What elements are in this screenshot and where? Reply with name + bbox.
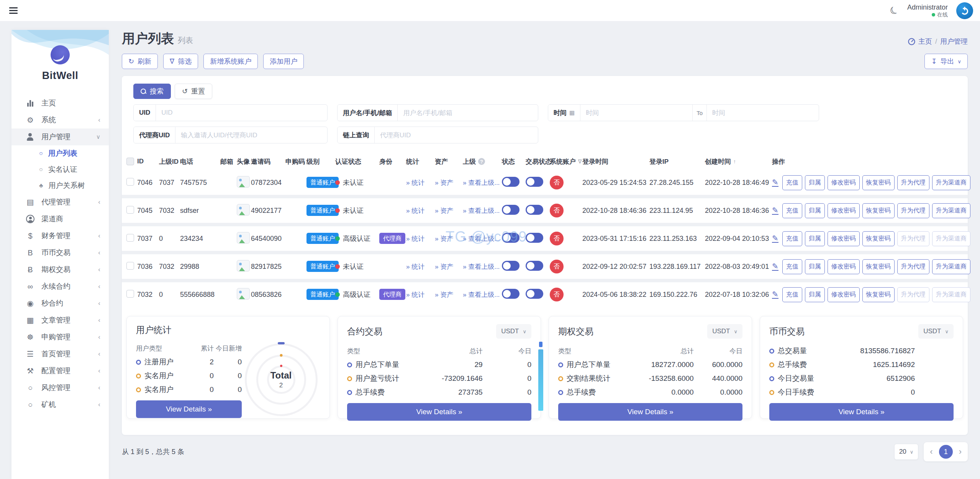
current-page-button[interactable]: 1 xyxy=(939,445,953,459)
view-parent-link[interactable]: » 查看上级... xyxy=(463,206,502,215)
action-button-3[interactable]: 修改密码 xyxy=(828,231,860,246)
edit-icon[interactable]: ✎ xyxy=(772,178,778,187)
trade-status-toggle[interactable] xyxy=(526,289,543,299)
edit-icon[interactable]: ✎ xyxy=(772,206,778,215)
trade-status-toggle[interactable] xyxy=(526,177,543,187)
chain-query-input[interactable]: 代理商UID xyxy=(375,127,538,143)
sidebar-item-spot-trading[interactable]: B币币交易‹ xyxy=(11,244,109,261)
sidebar-subitem-kyc[interactable]: ○实名认证 xyxy=(11,161,109,178)
time-to-input[interactable]: 时间 xyxy=(707,105,819,121)
next-page-button[interactable]: › xyxy=(957,447,963,457)
action-button-4[interactable]: 恢复密码 xyxy=(862,287,895,302)
action-button-6[interactable]: 升为渠道商 xyxy=(932,175,970,190)
search-button[interactable]: 搜索 xyxy=(133,84,171,99)
sidebar-subitem-user-list[interactable]: ○用户列表 xyxy=(11,145,109,161)
action-button-4[interactable]: 恢复密码 xyxy=(862,175,895,190)
action-button-6[interactable]: 升为渠道商 xyxy=(932,203,970,218)
action-button-4[interactable]: 恢复密码 xyxy=(862,259,895,274)
reset-button[interactable]: ↺重置 xyxy=(175,84,212,99)
funnel-icon[interactable]: ∇ xyxy=(578,158,582,165)
edit-icon[interactable]: ✎ xyxy=(772,290,778,299)
sidebar-item-config-management[interactable]: ⚒配置管理‹ xyxy=(11,362,109,379)
sidebar-item-system[interactable]: ⚙系统‹ xyxy=(11,112,109,128)
status-toggle[interactable] xyxy=(502,177,519,187)
add-user-button[interactable]: 添加用户 xyxy=(263,54,304,69)
brand[interactable]: BitWell xyxy=(11,30,109,82)
asset-link[interactable]: » 资产 xyxy=(435,290,463,299)
sidebar-item-mining[interactable]: ○矿机‹ xyxy=(11,396,109,413)
row-checkbox[interactable] xyxy=(126,262,134,270)
asset-link[interactable]: » 资产 xyxy=(435,262,463,271)
action-button-2[interactable]: 归属 xyxy=(805,259,825,274)
action-button-2[interactable]: 归属 xyxy=(805,175,825,190)
account-input[interactable]: 用户名/手机/邮箱 xyxy=(398,105,538,121)
user-avatar[interactable] xyxy=(956,2,973,19)
stat-link[interactable]: » 统计 xyxy=(406,262,435,271)
action-button-3[interactable]: 修改密码 xyxy=(828,287,860,302)
add-system-account-button[interactable]: 新增系统账户 xyxy=(203,54,258,69)
sidebar-item-subscription-management[interactable]: ☸申购管理‹ xyxy=(11,329,109,346)
user-block[interactable]: Administrator 在线 xyxy=(907,3,948,18)
action-button-4[interactable]: 恢复密码 xyxy=(862,203,895,218)
filter-button[interactable]: ∇筛选 xyxy=(163,54,198,69)
action-button-1[interactable]: 充值 xyxy=(782,287,802,302)
action-button-2[interactable]: 归属 xyxy=(805,231,825,246)
view-parent-link[interactable]: » 查看上级... xyxy=(463,290,502,299)
agent-uid-input[interactable]: 输入邀请人UID/代理商UID xyxy=(175,127,327,143)
action-button-1[interactable]: 充值 xyxy=(782,175,802,190)
view-details-button[interactable]: View Details » xyxy=(769,403,954,421)
hamburger-menu-icon[interactable] xyxy=(7,5,20,16)
action-button-4[interactable]: 恢复密码 xyxy=(862,231,895,246)
sort-up-icon[interactable]: ↑ xyxy=(733,158,736,165)
stat-link[interactable]: » 统计 xyxy=(406,290,435,299)
sidebar-item-agent-management[interactable]: ▤代理管理‹ xyxy=(11,194,109,211)
row-checkbox[interactable] xyxy=(126,206,134,214)
stat-link[interactable]: » 统计 xyxy=(406,206,435,215)
edit-icon[interactable]: ✎ xyxy=(772,234,778,243)
action-button-3[interactable]: 修改密码 xyxy=(828,203,860,218)
action-button-2[interactable]: 归属 xyxy=(805,287,825,302)
edit-icon[interactable]: ✎ xyxy=(772,262,778,271)
trade-status-toggle[interactable] xyxy=(526,261,543,271)
stat-link[interactable]: » 统计 xyxy=(406,178,435,187)
currency-select[interactable]: USDT∨ xyxy=(707,324,742,339)
status-toggle[interactable] xyxy=(502,233,519,243)
currency-select[interactable]: USDT∨ xyxy=(918,324,954,339)
prev-page-button[interactable]: ‹ xyxy=(928,447,934,457)
action-button-1[interactable]: 充值 xyxy=(782,259,802,274)
status-toggle[interactable] xyxy=(502,289,519,299)
status-toggle[interactable] xyxy=(502,205,519,215)
breadcrumb-home[interactable]: 主页 xyxy=(918,37,932,46)
action-button-1[interactable]: 充值 xyxy=(782,231,802,246)
stat-link[interactable]: » 统计 xyxy=(406,234,435,243)
action-button-5[interactable]: 升为代理 xyxy=(897,259,929,274)
sidebar-item-user-management[interactable]: 用户管理∨ xyxy=(11,128,109,145)
view-details-button[interactable]: View Details » xyxy=(558,403,742,421)
sidebar-item-risk-management[interactable]: ○风控管理‹ xyxy=(11,379,109,396)
sidebar-item-options-trading[interactable]: Ƀ期权交易‹ xyxy=(11,261,109,278)
row-checkbox[interactable] xyxy=(126,234,134,242)
asset-link[interactable]: » 资产 xyxy=(435,234,463,243)
view-parent-link[interactable]: » 查看上级... xyxy=(463,178,502,187)
sidebar-item-finance-management[interactable]: $财务管理‹ xyxy=(11,227,109,244)
action-button-3[interactable]: 修改密码 xyxy=(828,259,860,274)
dark-mode-moon-icon[interactable]: ☾ xyxy=(887,3,901,18)
action-button-5[interactable]: 升为代理 xyxy=(897,203,929,218)
action-button-6[interactable]: 升为渠道商 xyxy=(932,259,970,274)
select-all-checkbox[interactable] xyxy=(126,158,134,165)
sidebar-item-second-contract[interactable]: ◉秒合约‹ xyxy=(11,295,109,312)
trade-status-toggle[interactable] xyxy=(526,205,543,215)
time-from-input[interactable]: 时间 xyxy=(580,105,692,121)
sidebar-item-perpetual-contract[interactable]: ∞永续合约‹ xyxy=(11,278,109,295)
sidebar-item-home[interactable]: 主页 xyxy=(11,95,109,112)
row-checkbox[interactable] xyxy=(126,290,134,298)
export-button[interactable]: ↧导出∨ xyxy=(924,54,968,69)
action-button-1[interactable]: 充值 xyxy=(782,203,802,218)
breadcrumb-current[interactable]: 用户管理 xyxy=(940,37,968,46)
status-toggle[interactable] xyxy=(502,261,519,271)
view-details-button[interactable]: View Details » xyxy=(347,403,531,421)
currency-select[interactable]: USDT∨ xyxy=(496,324,531,339)
uid-input[interactable]: UID xyxy=(156,105,327,121)
action-button-2[interactable]: 归属 xyxy=(805,203,825,218)
sidebar-item-article-management[interactable]: ▦文章管理‹ xyxy=(11,312,109,329)
